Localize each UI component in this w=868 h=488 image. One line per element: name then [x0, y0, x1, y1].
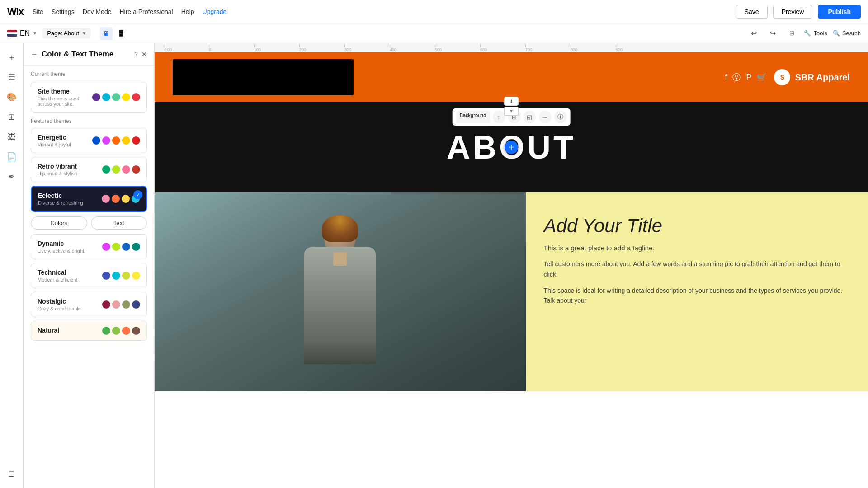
eclectic-name: Eclectic — [38, 192, 83, 199]
publish-button[interactable]: Publish — [818, 5, 861, 19]
mobile-icon[interactable]: 📱 — [115, 27, 128, 40]
tools-icon: 🔧 — [804, 30, 811, 37]
add-elements-icon[interactable]: ＋ — [3, 49, 20, 66]
toolbar-link-icon[interactable]: → — [538, 111, 551, 123]
site-theme-name: Site theme — [38, 88, 92, 95]
ruler-tick: 100 — [254, 45, 299, 52]
redo-icon[interactable]: ↪ — [766, 27, 779, 40]
site-logo: S SBR Apparel — [774, 69, 850, 85]
current-theme-label: Current theme — [31, 71, 147, 77]
nostalgic-theme-card[interactable]: Nostalgic Cozy & comfortable — [31, 292, 147, 317]
nav-upgrade[interactable]: Upgrade — [203, 8, 227, 15]
site-color-2 — [102, 93, 110, 101]
panel-body: Current theme Site theme This theme is u… — [24, 66, 154, 488]
ruler-tick: -100 — [164, 45, 209, 52]
retro-name: Retro vibrant — [38, 163, 77, 170]
lang-label: EN — [20, 29, 30, 38]
instagram-icon[interactable]: Ⓥ — [732, 72, 741, 83]
colors-text-tabs: Colors Text — [31, 216, 147, 230]
technical-theme-card[interactable]: Technical Modern & efficient — [31, 263, 147, 288]
save-button[interactable]: Save — [736, 5, 768, 19]
facebook-icon[interactable]: f — [725, 73, 727, 82]
pinterest-icon[interactable]: P — [746, 73, 751, 82]
background-toggle[interactable]: Background — [456, 111, 490, 123]
toolbar-crop-icon[interactable]: ◱ — [523, 111, 536, 123]
design-icon[interactable]: 🎨 — [3, 89, 20, 106]
media-icon[interactable]: 🖼 — [3, 128, 20, 145]
text-tab[interactable]: Text — [91, 216, 147, 230]
ruler-tick: 0 — [209, 45, 254, 52]
about-hero: ⬇ Background ↕ ⊞ ◱ → ⓘ ▼ ABOUT + — [155, 102, 868, 192]
natural-name: Natural — [38, 327, 59, 334]
desktop-icon[interactable]: 🖥 — [100, 27, 113, 40]
tools-button[interactable]: 🔧 Tools — [804, 30, 827, 37]
nav-site[interactable]: Site — [33, 8, 43, 15]
colors-tab[interactable]: Colors — [31, 216, 87, 230]
panel-close-button[interactable]: ✕ — [142, 51, 147, 58]
language-selector[interactable]: EN ▼ — [7, 29, 37, 38]
grid-icon[interactable]: ⊞ — [785, 27, 798, 40]
canvas-area: -100 0 100 200 300 400 500 600 700 800 9… — [155, 43, 868, 488]
menus-icon[interactable]: ☰ — [3, 69, 20, 86]
panel-header: ← Color & Text Theme ? ✕ — [24, 43, 154, 66]
dynamic-colors — [102, 243, 140, 251]
nav-hire[interactable]: Hire a Professional — [119, 8, 173, 15]
pages-icon[interactable]: 📄 — [3, 148, 20, 165]
content-text: Add Your Title This is a great place to … — [526, 192, 868, 391]
content-title[interactable]: Add Your Title — [544, 215, 850, 237]
nostalgic-colors — [102, 300, 140, 309]
page-selector[interactable]: Page: About ▼ — [42, 28, 91, 38]
nav-help[interactable]: Help — [181, 8, 194, 15]
site-theme-card[interactable]: Site theme This theme is used across you… — [31, 82, 147, 113]
color-text-theme-panel: ← Color & Text Theme ? ✕ Current theme S… — [24, 43, 155, 488]
content-section: Add Your Title This is a great place to … — [155, 192, 868, 391]
content-body-2[interactable]: This space is ideal for writing a detail… — [544, 286, 850, 306]
layers-icon[interactable]: ⊟ — [3, 465, 20, 483]
undo-icon[interactable]: ↩ — [747, 27, 760, 40]
nav-settings[interactable]: Settings — [52, 8, 75, 15]
nav-devmode[interactable]: Dev Mode — [83, 8, 112, 15]
ruler-tick: 800 — [571, 45, 616, 52]
search-icon: 🔍 — [833, 30, 840, 37]
natural-colors — [102, 327, 140, 335]
panel-back-button[interactable]: ← — [31, 50, 38, 58]
topbar: Wix Site Settings Dev Mode Hire a Profes… — [0, 0, 868, 23]
site-theme-desc: This theme is used across your site. — [38, 96, 92, 107]
panel-help-button[interactable]: ? — [134, 51, 138, 58]
ruler-tick: 900 — [616, 45, 661, 52]
photo-background — [155, 192, 526, 391]
preview-button[interactable]: Preview — [773, 5, 813, 19]
secondbar: EN ▼ Page: About ▼ 🖥 📱 ↩ ↪ ⊞ 🔧 Tools 🔍 S… — [0, 23, 868, 43]
topbar-nav: Site Settings Dev Mode Hire a Profession… — [33, 8, 226, 15]
person-figure — [295, 220, 385, 391]
content-body-1[interactable]: Tell customers more about you. Add a few… — [544, 259, 850, 279]
energetic-theme-card[interactable]: Energetic Vibrant & joyful — [31, 128, 147, 153]
dynamic-theme-card[interactable]: Dynamic Lively, active & bright — [31, 234, 147, 259]
section-anchor-top[interactable]: ▼ — [504, 107, 519, 116]
blog-icon[interactable]: ✒ — [3, 168, 20, 185]
ruler-tick: 600 — [480, 45, 525, 52]
person-neck — [333, 252, 347, 266]
hero-top-anchor[interactable]: ⬇ — [504, 97, 519, 106]
canvas-content: f Ⓥ P 🛒 S SBR Apparel ⬇ — [155, 52, 868, 488]
ruler-tick: 200 — [299, 45, 344, 52]
header-right: f Ⓥ P 🛒 S SBR Apparel — [725, 69, 850, 85]
energetic-colors — [92, 136, 140, 145]
secondbar-right: ↩ ↪ ⊞ 🔧 Tools 🔍 Search — [747, 27, 861, 40]
eclectic-theme-card[interactable]: Eclectic Diverse & refreshing ✓ — [31, 186, 147, 212]
ruler-tick: 500 — [435, 45, 480, 52]
natural-theme-card[interactable]: Natural — [31, 321, 147, 341]
search-label: Search — [842, 30, 861, 37]
content-tagline[interactable]: This is a great place to add a tagline. — [544, 244, 850, 252]
cart-icon[interactable]: 🛒 — [757, 72, 767, 82]
add-section-button[interactable]: + — [505, 141, 518, 154]
person-hair — [322, 215, 358, 242]
toolbar-move-icon[interactable]: ↕ — [492, 111, 505, 123]
apps-icon[interactable]: ⊞ — [3, 108, 20, 126]
retro-vibrant-theme-card[interactable]: Retro vibrant Hip, mod & stylish — [31, 157, 147, 182]
ruler-tick: 700 — [525, 45, 571, 52]
toolbar-more-icon[interactable]: ⓘ — [554, 111, 566, 123]
search-button[interactable]: 🔍 Search — [833, 30, 861, 37]
technical-desc: Modern & efficient — [38, 277, 77, 282]
lang-chevron-icon: ▼ — [33, 31, 37, 36]
